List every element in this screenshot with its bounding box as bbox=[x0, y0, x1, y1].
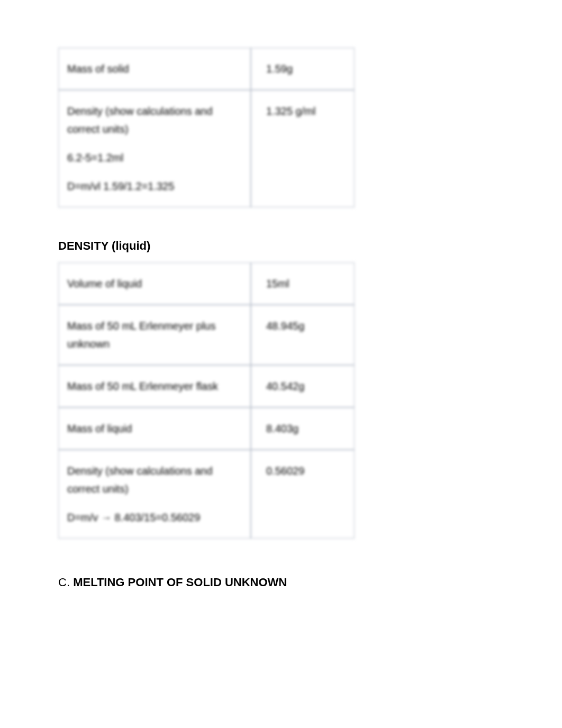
row-value: 1.59g bbox=[266, 63, 293, 75]
row-calc: D=m/vl 1.59/1.2=1.325 bbox=[67, 177, 242, 195]
density-liquid-table: Volume of liquid 15ml Mass of 50 mL Erle… bbox=[58, 262, 355, 539]
row-value: 0.56029 bbox=[266, 465, 304, 477]
row-label: Density (show calculations and correct u… bbox=[67, 465, 213, 495]
row-calc: D=m/v → 8.403/15=0.56029 bbox=[67, 508, 242, 526]
table-row: Mass of 50 mL Erlenmeyer plus unknown 48… bbox=[58, 305, 355, 365]
row-value-cell: 15ml bbox=[251, 262, 355, 305]
row-label-cell: Mass of 50 mL Erlenmeyer plus unknown bbox=[58, 305, 251, 365]
row-value-cell: 8.403g bbox=[251, 407, 355, 450]
row-value-cell: 48.945g bbox=[251, 305, 355, 365]
row-label-cell: Density (show calculations and correct u… bbox=[58, 90, 251, 207]
row-label-cell: Volume of liquid bbox=[58, 262, 251, 305]
table-row: Mass of liquid 8.403g bbox=[58, 407, 355, 450]
heading-text: MELTING POINT OF SOLID UNKNOWN bbox=[73, 576, 287, 589]
table-row: Density (show calculations and correct u… bbox=[58, 450, 355, 539]
row-value: 48.945g bbox=[266, 320, 304, 332]
row-label: Mass of 50 mL Erlenmeyer plus unknown bbox=[67, 320, 215, 350]
row-label-cell: Mass of 50 mL Erlenmeyer flask bbox=[58, 365, 251, 407]
heading-text: DENSITY (liquid) bbox=[58, 239, 150, 252]
row-label-cell: Density (show calculations and correct u… bbox=[58, 450, 251, 539]
row-value-cell: 0.56029 bbox=[251, 450, 355, 539]
density-solid-table: Mass of solid 1.59g Density (show calcul… bbox=[58, 48, 355, 207]
row-value: 1.325 g/ml bbox=[266, 105, 315, 117]
row-calc: 6.2-5=1.2ml bbox=[67, 149, 242, 167]
row-label: Volume of liquid bbox=[67, 278, 142, 289]
table-row: Mass of solid 1.59g bbox=[58, 48, 355, 90]
row-label: Mass of 50 mL Erlenmeyer flask bbox=[67, 380, 218, 392]
row-label-cell: Mass of liquid bbox=[58, 407, 251, 450]
row-label: Density (show calculations and correct u… bbox=[67, 105, 213, 135]
row-value-cell: 40.542g bbox=[251, 365, 355, 407]
row-value: 8.403g bbox=[266, 423, 298, 434]
heading-prefix: C. bbox=[58, 576, 73, 589]
row-label-cell: Mass of solid bbox=[58, 48, 251, 90]
table-row: Density (show calculations and correct u… bbox=[58, 90, 355, 207]
table-row: Volume of liquid 15ml bbox=[58, 262, 355, 305]
row-value-cell: 1.325 g/ml bbox=[251, 90, 355, 207]
row-value: 15ml bbox=[266, 278, 289, 289]
row-value: 40.542g bbox=[266, 380, 304, 392]
section-heading-density-liquid: DENSITY (liquid) bbox=[58, 239, 504, 253]
row-label: Mass of solid bbox=[67, 63, 129, 75]
row-value-cell: 1.59g bbox=[251, 48, 355, 90]
section-heading-melting-point: C. MELTING POINT OF SOLID UNKNOWN bbox=[58, 576, 504, 589]
row-label: Mass of liquid bbox=[67, 423, 132, 434]
table-row: Mass of 50 mL Erlenmeyer flask 40.542g bbox=[58, 365, 355, 407]
